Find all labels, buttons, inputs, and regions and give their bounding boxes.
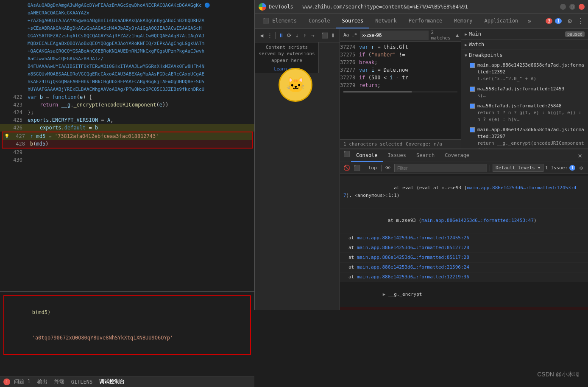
issue-count: 1 Issue: 1 [545,165,575,171]
deactivate-breakpoints-btn[interactable]: ⬛ [321,31,328,40]
tab-search[interactable]: Search [411,149,440,162]
code-line: x8SGQUvMQABSAALORoVGCQgERcCAxoACAU3ABEXA… [0,70,254,78]
breakpoints-section: ▼ Breakpoints main.app.886e14253d6658cfa… [461,50,588,149]
tab-coverage[interactable]: Coverage [440,149,474,162]
breakpoint-checkbox-3[interactable] [470,127,475,132]
sources-more-btn[interactable]: ⋮ [267,31,273,40]
main-label: Main [469,31,481,37]
problems-status[interactable]: 1 问题 1 [3,378,31,385]
breakpoint-item-3: main.app.886e14253d6658cfa7ad.js:formatt… [461,125,588,149]
debug-console-status[interactable]: 调试控制台 [99,378,125,385]
tab-performance[interactable]: Performance [403,14,448,28]
code-line: +sCEaADRAkQAkABgDkACwGpAAGAScH4AJbAZy9rA… [0,25,254,32]
code-dt-37278: 37278 if (500 < i - tr [340,74,461,81]
sidebar-toggle-btn[interactable]: ◀ [259,31,265,40]
aa-label: Aa [343,32,349,38]
console-stack-5: at main.app.886e14253d6…:formatted:85117… [340,253,588,263]
terminal-content: b(md5) 'a0tqo790672xQ0O80qY8Uve8NhSYkXtq… [0,292,254,358]
console-sidebar-toggle[interactable]: ⬛ [343,149,351,158]
regex-label: .* [351,32,357,38]
tab-network[interactable]: Network [369,14,403,28]
search-input[interactable] [360,31,429,40]
watch-header[interactable]: ▶ Watch [461,39,588,50]
breakpoint-checkbox-0[interactable] [470,63,475,68]
prev-match-button[interactable]: ▲ [453,32,461,38]
tab-application[interactable]: Application [479,14,524,28]
terminal-line-result: 'a0tqo790672xQ0O80qY8Uve8NhSYkXtq1XNBUU9… [8,325,247,351]
editor-panel: QAsAuQABgDnAmgAJwMgAGcDYwFEAAzBmAGcSqwDh… [0,0,254,246]
tab-memory[interactable]: Memory [448,14,478,28]
tab-sources[interactable]: Sources [336,14,370,28]
settings-button[interactable]: ⚙ [565,14,574,28]
more-options-button[interactable]: ⋮ [574,14,586,28]
top-label: top [367,165,379,171]
terminal-status[interactable]: 终端 [54,378,64,385]
code-line: hkAFz4TGjQsGQMaFA0FHhk1NBkCHgUbGBEPAAFCA… [0,78,254,86]
step-out-btn[interactable]: ↑ [302,31,308,40]
console-stack-4: at main.app.886e14253d6…:formatted:85127… [340,243,588,253]
info-badge: 1 [555,18,562,24]
step-into-btn[interactable]: ↓ [294,31,300,40]
devtools-window: DevTools - www.zhihu.com/search?type=con… [254,0,588,310]
code-line-428: 428 b(md5) [3,140,252,148]
tabs-more-button[interactable]: » [524,14,535,28]
tab-badges: 3 1 [546,14,565,28]
error-badge: 3 [546,18,552,24]
breakpoint-item-0: main.app.886e14253d6658cfa7ad.js:formatt… [461,60,588,84]
default-levels-dropdown[interactable]: Default levels ▾ [493,164,543,172]
code-view: Aa .* 2 matches ▲ ▼ Cancel 37274 var r =… [340,29,461,149]
breakpoint-checkbox-2[interactable] [470,104,475,109]
titlebar: DevTools - www.zhihu.com/search?type=con… [255,0,588,14]
console-toolbar: 🚫 ⬛ top 👁 Default levels ▾ 1 Issue: 1 ⚙ [340,162,588,174]
console-stack-2: at m.zse93 (main.app.886e14253d6…:format… [340,208,588,233]
code-line-422: 422 var b = function(e) { [0,93,254,101]
step-btn[interactable]: → [310,31,316,40]
code-line: B4FUAAAAwUYIAAIBSITFQkTERwABi0GHxITAAAJL… [0,63,254,70]
pause-btn[interactable]: ⏸ [278,31,284,40]
breakpoint-item-2: ma…58cfa7ad.js:formatted:25848 return t … [461,101,588,125]
clear-console-btn[interactable]: 🚫 [343,164,351,172]
code-line: QAsAuQABgDnAmgAJwMgAGcDYwFEAAzBmAGcSqwDh… [0,2,254,9]
code-dt-37276: 37276 break; [340,59,461,66]
code-line-423: 423 return __g._encrypt(encodeURICompone… [0,101,254,109]
terminal-panel: b(md5) 'a0tqo790672xQ0O80qY8Uve8NhSYkXtq… [0,291,254,376]
code-line-427: 💡 427 r md5 = '73812afa0412ebfceaa3fac01… [3,132,252,140]
content-scripts-title: Content scripts served by extensions app… [255,42,318,65]
code-dt-37275: 37275 if ("number" != [340,51,461,59]
tab-elements[interactable]: ⬛ Elements [257,14,303,28]
console-stack-6: at main.app.886e14253d6…:formatted:21596… [340,263,588,272]
devtools-top-area: Aa .* 2 matches ▲ ▼ Cancel 37274 var r =… [340,29,588,149]
mascot-sticker: 🐱 [279,68,317,106]
pause-on-exceptions-btn[interactable]: ⏸ [330,31,336,40]
encrypt-section-header[interactable]: ▶ __g._encrypt [340,282,588,307]
console-panel: ⬛ Console Issues Search Coverage ✕ 🚫 ⬛ t… [340,149,588,310]
console-close-button[interactable]: ✕ [574,149,585,162]
console-stack-1: at eval (eval at m.zse93 (main.app.886e1… [340,176,588,208]
console-block-btn[interactable]: ⬛ [353,164,361,172]
step-over-btn[interactable]: ⟳ [286,31,293,40]
console-tab-bar: ⬛ Console Issues Search Coverage ✕ [340,149,588,162]
vscode-status-bar: 1 问题 1 输出 终端 GITLENS 调试控制台 [0,376,254,387]
tab-issues[interactable]: Issues [383,149,411,162]
coverage-info: Coverage: n/a [406,141,442,147]
tab-console[interactable]: Console [303,14,336,28]
close-button[interactable] [579,4,585,10]
scroll-indicator [343,91,457,93]
output-status[interactable]: 输出 [37,378,47,385]
minimize-button[interactable]: — [560,4,566,10]
breakpoints-header[interactable]: ▼ Breakpoints [461,50,588,60]
main-section-header[interactable]: ▶ Main paused [461,29,588,39]
chrome-icon [259,3,266,11]
eye-btn[interactable]: 👁 [384,164,393,172]
gitlens-status[interactable]: GITLENS [71,379,93,385]
issue-badge: 1 [569,165,575,171]
console-settings-btn[interactable]: ⚙ [577,164,585,172]
sources-toolbar: ◀ ⋮ ⏸ ⟳ ↓ ↑ → ⬛ ⏸ [255,29,340,42]
tab-console-bottom[interactable]: Console [351,149,383,162]
main-section: ▶ Main paused [461,29,588,39]
console-filter-input[interactable] [394,164,487,172]
right-panel: ▶ Main paused ▶ Watch [461,29,588,149]
breakpoint-checkbox-1[interactable] [470,87,475,92]
maximize-button[interactable]: □ [569,4,575,10]
editor-content: QAsAuQABgDnAmgAJwMgAGcDYwFEAAzBmAGcSqwDh… [0,0,254,165]
